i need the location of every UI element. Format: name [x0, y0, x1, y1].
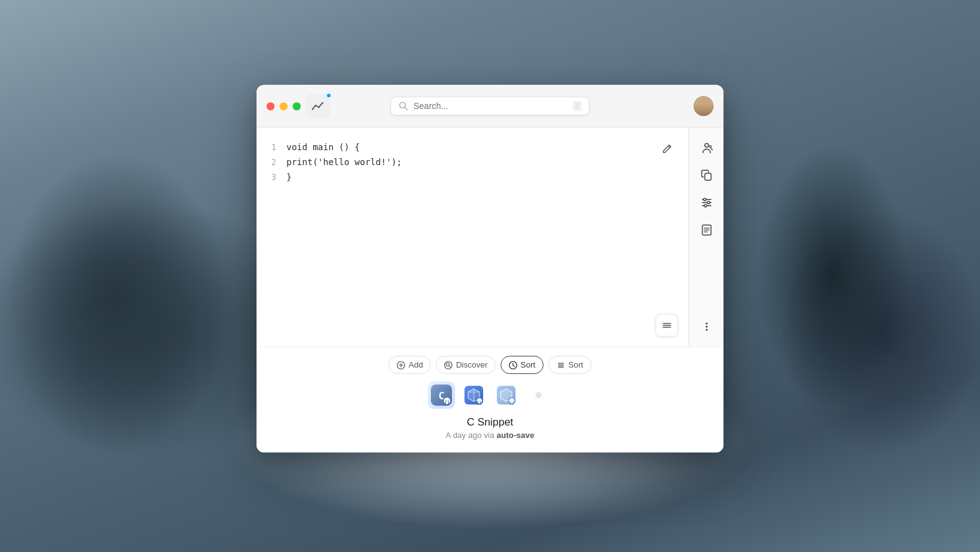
plus-circle-icon: [397, 361, 405, 369]
snippet-subtitle-prefix: A day ago via: [446, 431, 497, 440]
main-content: 1 void main () { 2 print('hello world!')…: [257, 128, 723, 346]
snippet-item-2[interactable]: {}: [460, 381, 488, 409]
svg-point-17: [704, 204, 707, 207]
titlebar: /: [257, 85, 723, 128]
cube-blue-icon: {}: [462, 383, 486, 407]
svg-line-30: [449, 366, 451, 368]
notification-dot: [326, 92, 332, 98]
snippet-subtitle-source: auto-save: [496, 431, 534, 440]
svg-point-41: [560, 366, 562, 368]
snippet-item-c[interactable]: C {}: [428, 381, 455, 409]
search-bar: /: [390, 97, 590, 115]
maximize-button[interactable]: [293, 102, 301, 110]
sort-grid-button[interactable]: Sort: [549, 356, 591, 374]
code-line-3: 3 }: [266, 170, 678, 185]
hamburger-icon: [661, 320, 672, 331]
code-editor[interactable]: 1 void main () { 2 print('hello world!')…: [257, 128, 689, 346]
svg-point-10: [709, 146, 711, 148]
c-language-icon: C {}: [430, 383, 453, 407]
svg-point-36: [562, 362, 564, 364]
toolbar-buttons: Add Discover Sort: [389, 356, 591, 374]
snippet-info: C Snippet A day ago via auto-save: [446, 416, 534, 440]
avatar[interactable]: [694, 96, 714, 116]
svg-rect-11: [705, 173, 711, 180]
snippet-item-3[interactable]: {}: [492, 381, 520, 409]
snippet-item-4[interactable]: [525, 381, 552, 409]
svg-text:{}: {}: [444, 401, 450, 406]
copy-icon: [700, 169, 713, 181]
sidebar-connections-button[interactable]: [694, 135, 719, 160]
sort-grid-label: Sort: [568, 360, 583, 369]
grid-dots-icon: [557, 361, 565, 369]
minimize-button[interactable]: [280, 102, 288, 110]
trending-icon: [311, 99, 325, 113]
clock-icon: [509, 361, 517, 369]
svg-point-9: [705, 143, 709, 147]
add-button[interactable]: Add: [389, 356, 431, 374]
svg-line-5: [405, 107, 407, 110]
line-content: print('hello world!');: [286, 155, 402, 170]
svg-point-28: [445, 361, 452, 369]
svg-point-57: [535, 392, 542, 398]
code-line-2: 2 print('hello world!');: [266, 155, 678, 170]
svg-text:{}: {}: [509, 401, 514, 406]
menu-button[interactable]: [656, 314, 678, 336]
snippet-subtitle: A day ago via auto-save: [446, 431, 534, 440]
line-content: void main () {: [286, 140, 360, 155]
svg-point-23: [705, 326, 707, 328]
svg-point-38: [560, 364, 562, 366]
traffic-lights: [266, 102, 301, 110]
svg-point-34: [558, 362, 560, 364]
search-icon: [398, 101, 408, 111]
discover-label: Discover: [456, 360, 488, 369]
cube-light-icon: {}: [494, 383, 518, 407]
sidebar-copy-button[interactable]: [694, 163, 719, 188]
svg-point-35: [560, 362, 562, 364]
svg-text:{}: {}: [477, 401, 482, 406]
svg-point-16: [707, 201, 710, 204]
svg-point-24: [705, 329, 707, 331]
line-number: 2: [266, 155, 276, 170]
add-label: Add: [408, 360, 423, 369]
app-icon-button[interactable]: [306, 93, 331, 118]
pencil-icon: [661, 143, 672, 155]
sidebar-notes-button[interactable]: [694, 217, 719, 242]
more-icon: [700, 320, 713, 333]
edit-button[interactable]: [656, 138, 678, 160]
bottom-section: Add Discover Sort: [257, 346, 723, 452]
svg-point-3: [322, 102, 323, 103]
sort-clock-label: Sort: [521, 360, 535, 369]
discover-button[interactable]: Discover: [436, 356, 496, 374]
line-number: 1: [266, 140, 276, 155]
code-line-1: 1 void main () {: [266, 140, 678, 155]
search-circle-icon: [444, 361, 453, 369]
svg-point-1: [315, 105, 316, 106]
svg-point-0: [312, 108, 313, 110]
line-content: }: [286, 170, 291, 185]
svg-point-15: [704, 198, 706, 201]
svg-point-37: [558, 364, 560, 366]
svg-point-39: [562, 364, 564, 366]
svg-point-22: [705, 323, 707, 325]
svg-point-40: [558, 366, 560, 368]
search-input[interactable]: [413, 101, 568, 111]
close-button[interactable]: [266, 102, 275, 110]
sidebar-more-button[interactable]: [694, 314, 719, 339]
sliders-icon: [700, 196, 713, 209]
sort-clock-button[interactable]: Sort: [501, 356, 544, 374]
app-window: / 1 void main () { 2 print('hello world!…: [257, 85, 723, 452]
notes-icon: [700, 224, 713, 236]
snippet-title: C Snippet: [446, 416, 534, 429]
svg-line-33: [513, 365, 515, 366]
person-connections-icon: [700, 141, 713, 154]
carousel-dot-icon: [535, 391, 542, 399]
snippet-carousel: C {}: [428, 381, 552, 409]
sidebar: [689, 128, 723, 346]
line-number: 3: [266, 170, 276, 185]
avatar-face: [694, 96, 714, 116]
sidebar-settings-button[interactable]: [694, 190, 719, 215]
svg-point-2: [318, 107, 319, 108]
search-shortcut: /: [573, 101, 582, 111]
svg-point-42: [562, 366, 564, 368]
